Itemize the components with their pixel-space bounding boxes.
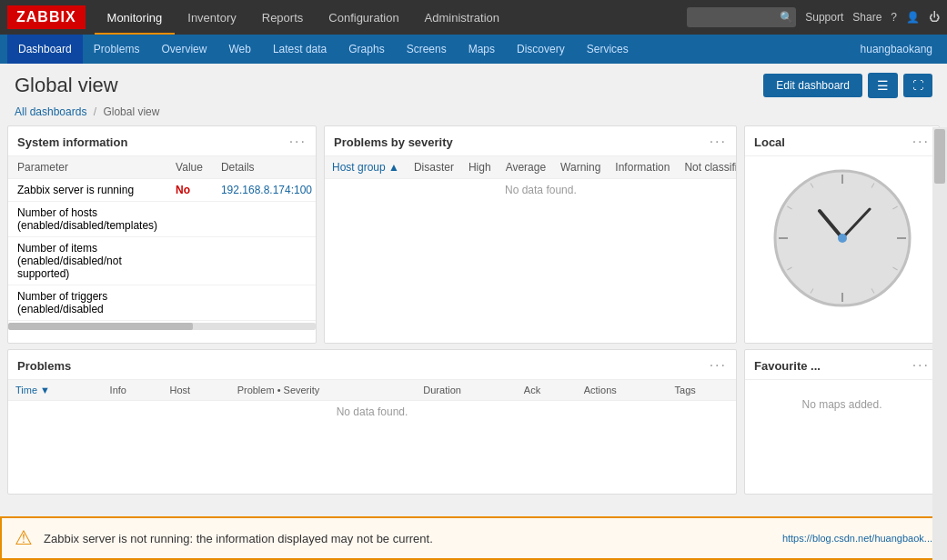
nav-maps[interactable]: Maps	[458, 35, 506, 64]
widget-favourite-menu[interactable]: ···	[912, 357, 930, 374]
top-widgets-row: System information ··· Parameter Value D…	[0, 125, 947, 349]
help-icon[interactable]: ?	[891, 11, 897, 24]
widget-problems-menu[interactable]: ···	[710, 357, 727, 374]
sys-param: Zabbix server is running	[8, 179, 166, 202]
sys-col-value: Value	[166, 156, 212, 179]
table-row: Number of items (enabled/disabled/not su…	[8, 237, 316, 285]
page-title: Global view	[15, 74, 118, 97]
widget-system-info: System information ··· Parameter Value D…	[7, 125, 317, 344]
widget-local-clock-header: Local ···	[745, 126, 939, 156]
page-scrollbar[interactable]	[932, 127, 947, 560]
sys-value	[166, 237, 212, 285]
sys-value-no: No	[166, 179, 212, 202]
breadcrumb: All dashboards / Global view	[0, 104, 947, 125]
widget-system-info-header: System information ···	[8, 126, 316, 156]
sys-param: Number of hosts (enabled/disabled/templa…	[8, 202, 166, 237]
problems-table: Time ▼ Info Host Problem • Severity Dura…	[8, 380, 736, 423]
table-row: Number of hosts (enabled/disabled/templa…	[8, 202, 316, 237]
clock-container	[745, 156, 939, 320]
widget-system-info-menu[interactable]: ···	[289, 134, 307, 150]
scroll-thumb[interactable]	[934, 129, 945, 184]
widget-problems-severity-content: Host group ▲ Disaster High Average Warni…	[325, 156, 736, 201]
widget-local-clock-content	[745, 156, 939, 320]
breadcrumb-all-dashboards[interactable]: All dashboards	[15, 105, 86, 118]
widget-problems-content: Time ▼ Info Host Problem • Severity Dura…	[8, 380, 736, 423]
table-row: No data found.	[8, 401, 736, 424]
prob-col-info: Info	[103, 380, 163, 401]
nav-screens[interactable]: Screens	[396, 35, 458, 64]
share-link[interactable]: Share	[852, 11, 882, 24]
nav-web[interactable]: Web	[217, 35, 261, 64]
sev-col-high: High	[461, 156, 499, 179]
nav-services[interactable]: Services	[576, 35, 640, 64]
sys-details[interactable]: 192.168.8.174:100	[212, 179, 316, 202]
sys-details	[212, 202, 316, 237]
nav-overview[interactable]: Overview	[150, 35, 217, 64]
widget-system-info-title: System information	[17, 135, 127, 149]
dashboard-expand-button[interactable]: ⛶	[903, 74, 932, 97]
problems-no-data: No data found.	[8, 401, 736, 424]
table-row: Zabbix server is running No 192.168.8.17…	[8, 179, 316, 202]
logo[interactable]: ZABBIX	[7, 5, 86, 29]
user-icon[interactable]: 👤	[906, 11, 920, 24]
table-scrollbar[interactable]	[8, 323, 316, 330]
widget-problems-severity-header: Problems by severity ···	[325, 126, 736, 156]
widget-favourite: Favourite ... ··· No maps added.	[744, 349, 940, 495]
second-navbar: Dashboard Problems Overview Web Latest d…	[0, 35, 947, 64]
severity-table: Host group ▲ Disaster High Average Warni…	[325, 156, 736, 201]
nav-reports[interactable]: Reports	[249, 0, 317, 35]
current-user: huangbaokang	[861, 43, 940, 55]
nav-problems[interactable]: Problems	[83, 35, 151, 64]
dashboard-menu-button[interactable]: ☰	[868, 73, 898, 98]
sev-col-information: Information	[608, 156, 677, 179]
nav-inventory[interactable]: Inventory	[175, 0, 248, 35]
edit-dashboard-button[interactable]: Edit dashboard	[763, 74, 862, 97]
page-header-actions: Edit dashboard ☰ ⛶	[763, 73, 932, 98]
nav-dashboard[interactable]: Dashboard	[7, 35, 83, 64]
search-icon: 🔍	[780, 11, 793, 24]
breadcrumb-separator: /	[94, 105, 96, 118]
sys-details	[212, 285, 316, 321]
sys-details	[212, 237, 316, 285]
nav-monitoring[interactable]: Monitoring	[95, 0, 176, 35]
prob-col-tags: Tags	[668, 380, 736, 401]
widget-problems-severity-title: Problems by severity	[334, 135, 453, 149]
nav-latest-data[interactable]: Latest data	[262, 35, 337, 64]
sev-col-hostgroup[interactable]: Host group ▲	[325, 156, 407, 179]
widget-problems-title: Problems	[17, 359, 71, 373]
system-info-table: Parameter Value Details Zabbix server is…	[8, 156, 316, 321]
sys-param: Number of triggers (enabled/disabled	[8, 285, 166, 321]
nav-discovery[interactable]: Discovery	[506, 35, 576, 64]
prob-col-actions: Actions	[577, 380, 668, 401]
widget-problems-severity-menu[interactable]: ···	[710, 134, 727, 150]
widget-favourite-header: Favourite ... ···	[745, 350, 939, 380]
widget-favourite-title: Favourite ...	[754, 359, 821, 373]
sys-param: Number of items (enabled/disabled/not su…	[8, 237, 166, 285]
warning-link[interactable]: https://blog.csdn.net/huangbaok...	[782, 533, 932, 544]
sev-col-notclassified: Not classified	[677, 156, 736, 179]
sev-no-data: No data found.	[325, 179, 736, 202]
widget-problems: Problems ··· Time ▼ Info Host Problem • …	[7, 349, 737, 495]
support-link[interactable]: Support	[805, 11, 843, 24]
nav-graphs[interactable]: Graphs	[337, 35, 395, 64]
search-box[interactable]: 🔍	[687, 7, 796, 27]
second-nav-left: Dashboard Problems Overview Web Latest d…	[7, 35, 640, 64]
prob-col-ack: Ack	[517, 380, 577, 401]
sys-col-details: Details	[212, 156, 316, 179]
table-row: No data found.	[325, 179, 736, 202]
sys-col-parameter: Parameter	[8, 156, 166, 179]
widget-local-clock-menu[interactable]: ···	[912, 134, 930, 150]
nav-configuration[interactable]: Configuration	[316, 0, 411, 35]
widget-favourite-content: No maps added.	[745, 380, 939, 429]
warning-text: Zabbix server is not running: the inform…	[44, 532, 433, 545]
prob-col-time[interactable]: Time ▼	[8, 380, 103, 401]
warning-icon: ⚠	[15, 526, 33, 550]
power-icon[interactable]: ⏻	[929, 11, 940, 24]
prob-col-problem: Problem • Severity	[230, 380, 417, 401]
sys-value	[166, 202, 212, 237]
breadcrumb-current: Global view	[103, 105, 159, 118]
search-input[interactable]	[694, 11, 776, 24]
nav-administration[interactable]: Administration	[412, 0, 512, 35]
clock-face	[770, 165, 915, 311]
sev-col-warning: Warning	[553, 156, 608, 179]
